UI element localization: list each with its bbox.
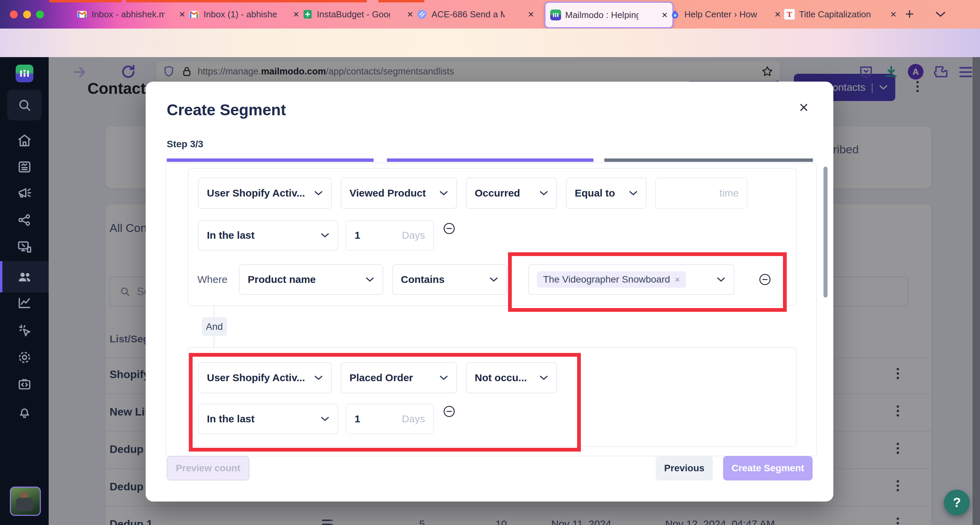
browser-toolbar: https://manage.mailmodo.com/app/contacts… bbox=[0, 29, 980, 57]
sidebar-item-home[interactable] bbox=[0, 133, 49, 148]
chart-icon bbox=[17, 295, 32, 311]
screen: Contacts ontacts | ribed All Cont Sea Li… bbox=[0, 0, 980, 525]
active-indicator bbox=[0, 261, 2, 292]
event-dropdown[interactable]: Viewed Product bbox=[340, 178, 457, 209]
modal-scrollbar-thumb[interactable] bbox=[824, 167, 827, 298]
dropdown-value: Viewed Product bbox=[350, 187, 426, 199]
tab-title: Mailmodo : Helping ma bbox=[565, 10, 638, 21]
title-case-icon: T bbox=[784, 9, 795, 20]
tab-title-capitalization[interactable]: T Title Capitalization To × bbox=[779, 3, 901, 25]
code-box-icon bbox=[17, 377, 32, 392]
modal-close-button[interactable]: × bbox=[799, 98, 808, 117]
tab-mailmodo-active[interactable]: Mailmodo : Helping ma × bbox=[544, 2, 673, 28]
chevron-down-icon bbox=[321, 233, 329, 238]
sidebar-item-events[interactable] bbox=[0, 322, 49, 338]
chevron-down-icon bbox=[539, 190, 548, 196]
sidebar-item-contacts-active[interactable] bbox=[0, 261, 49, 292]
tab-title: Inbox - abhishek.mech bbox=[92, 9, 165, 20]
sidebar-item-campaigns[interactable] bbox=[0, 186, 49, 201]
chevron-down-icon bbox=[439, 190, 448, 196]
input-value: 1 bbox=[355, 230, 360, 241]
tab-ace-686[interactable]: ACE-686 Send a Magi × bbox=[412, 3, 539, 25]
sidebar-search-button[interactable] bbox=[7, 90, 41, 121]
sidebar-item-journeys[interactable] bbox=[0, 212, 49, 228]
previous-button[interactable]: Previous bbox=[656, 456, 713, 481]
tab-loading-stripe bbox=[379, 0, 424, 2]
tab-title: Inbox (1) - abhishekc@ bbox=[204, 9, 277, 20]
close-window-button[interactable] bbox=[10, 11, 18, 18]
tab-bar: Inbox - abhishek.mech × Inbox (1) - abhi… bbox=[0, 0, 980, 29]
chevron-down-icon bbox=[314, 190, 323, 196]
occurrence-dropdown[interactable]: Occurred bbox=[466, 178, 557, 209]
progress-step-3 bbox=[605, 159, 813, 162]
mailmodo-logo-icon[interactable] bbox=[0, 65, 49, 82]
create-segment-button[interactable]: Create Segment bbox=[723, 456, 813, 481]
tab-help-center[interactable]: Help Center › How to S × bbox=[665, 3, 785, 25]
preview-count-button[interactable]: Preview count bbox=[167, 456, 250, 481]
megaphone-icon bbox=[17, 186, 32, 201]
dropdown-value: Occurred bbox=[475, 187, 520, 199]
sidebar-item-integrations[interactable] bbox=[0, 377, 49, 392]
user-avatar[interactable] bbox=[10, 487, 41, 516]
tab-title: Help Center › How to S bbox=[684, 9, 757, 20]
template-icon bbox=[17, 159, 32, 175]
chevron-down-icon bbox=[366, 277, 374, 282]
bell-icon bbox=[17, 404, 32, 420]
operator-dropdown[interactable]: Contains bbox=[392, 264, 507, 295]
sidebar-item-forms[interactable] bbox=[0, 239, 49, 254]
sidebar-item-analytics[interactable] bbox=[0, 295, 49, 311]
sheets-icon bbox=[302, 9, 313, 19]
zoom-window-button[interactable] bbox=[36, 11, 44, 18]
tab-title: Title Capitalization To bbox=[799, 9, 872, 20]
comparator-dropdown[interactable]: Equal to bbox=[566, 178, 646, 209]
sidebar-item-templates[interactable] bbox=[0, 159, 49, 175]
time-input[interactable]: time bbox=[655, 178, 748, 209]
avatar-photo bbox=[20, 492, 29, 498]
property-dropdown[interactable]: Product name bbox=[239, 264, 383, 295]
tab-close-icon[interactable]: × bbox=[888, 8, 896, 20]
sidebar bbox=[0, 57, 49, 525]
help-button[interactable]: ? bbox=[944, 490, 970, 515]
tab-loading-stripe bbox=[126, 0, 367, 2]
dropdown-value: In the last bbox=[207, 230, 255, 241]
where-label: Where bbox=[197, 274, 227, 285]
progress-step-2 bbox=[387, 159, 593, 162]
dropdown-value: User Shopify Activ... bbox=[207, 187, 305, 199]
tab-inbox-2[interactable]: Inbox (1) - abhishekc@ × bbox=[184, 3, 304, 25]
tab-loading-stripe bbox=[49, 0, 122, 2]
chevron-down-icon bbox=[629, 190, 638, 196]
tab-close-icon[interactable]: × bbox=[526, 8, 534, 20]
search-icon bbox=[17, 97, 32, 113]
cursor-click-icon bbox=[17, 322, 32, 338]
gmail-icon bbox=[189, 9, 199, 20]
and-connector-chip[interactable]: And bbox=[202, 317, 227, 336]
tab-title: ACE-686 Send a Magi bbox=[431, 9, 504, 20]
mailmodo-icon bbox=[550, 10, 561, 21]
dropdown-value: Product name bbox=[248, 274, 316, 285]
new-tab-button[interactable]: + bbox=[905, 5, 914, 22]
tab-title: InstaBudget - Google bbox=[317, 9, 390, 20]
dropdown-value: Equal to bbox=[575, 187, 615, 199]
linear-issue-icon bbox=[417, 9, 427, 20]
gmail-icon bbox=[76, 9, 88, 20]
users-icon bbox=[16, 269, 33, 285]
dropdown-value: Contains bbox=[401, 274, 444, 285]
event-source-dropdown[interactable]: User Shopify Activ... bbox=[198, 178, 332, 209]
sidebar-item-settings[interactable] bbox=[0, 349, 49, 365]
input-placeholder: Days bbox=[402, 230, 425, 241]
tab-instabudget[interactable]: InstaBudget - Google × bbox=[298, 3, 418, 25]
home-icon bbox=[17, 133, 32, 148]
remove-condition-icon[interactable] bbox=[442, 222, 456, 235]
screen-pen-icon bbox=[17, 239, 32, 254]
flow-icon bbox=[17, 212, 32, 228]
sidebar-item-notifications[interactable] bbox=[0, 404, 49, 420]
minimize-window-button[interactable] bbox=[23, 11, 31, 18]
tab-list-chevron-icon[interactable] bbox=[935, 11, 946, 18]
avatar-body bbox=[16, 498, 33, 511]
input-placeholder: time bbox=[719, 187, 739, 199]
tab-inbox-1[interactable]: Inbox - abhishek.mech × bbox=[72, 3, 190, 25]
window-value-input[interactable]: 1 Days bbox=[346, 220, 434, 251]
window-dropdown[interactable]: In the last bbox=[198, 220, 338, 251]
step-label: Step 3/3 bbox=[167, 139, 203, 150]
gear-icon bbox=[17, 349, 32, 365]
